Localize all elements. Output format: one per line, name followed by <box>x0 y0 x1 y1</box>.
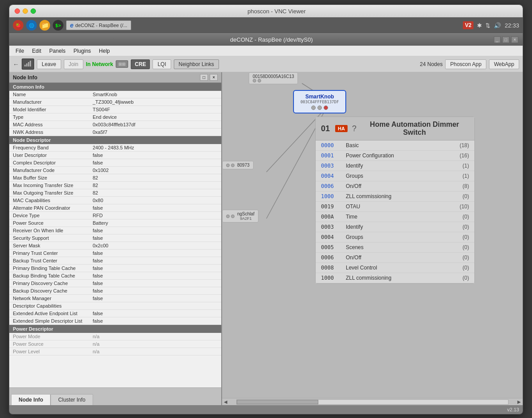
bottom-tabs: Node Info Cluster Info <box>9 387 221 405</box>
neighbor-links-button[interactable]: Neighbor Links <box>174 59 219 69</box>
minimize-btn[interactable] <box>23 8 28 14</box>
network-icon-btn[interactable]: ⊞⊞ <box>116 60 128 68</box>
node-info-collapse-btn[interactable]: □ <box>200 74 208 81</box>
scrollbar-track[interactable] <box>236 399 509 405</box>
info-label-rx-idle: Receiver On When Idle <box>9 227 89 234</box>
cluster-row-6[interactable]: 0019 OTAU (10) <box>316 202 474 212</box>
raspberry-icon[interactable]: 🍓 <box>13 20 23 31</box>
info-row-type: Type End device <box>9 113 221 121</box>
info-row-desc-cap: Descriptor Capabilities <box>9 302 221 310</box>
info-row-net-mgr: Network Manager false <box>9 295 221 302</box>
cluster-name-1: Power Configuration <box>342 151 439 161</box>
info-value-mfr-code: 0x1002 <box>89 167 221 174</box>
scroll-right-arrow[interactable]: ▶ <box>516 399 523 404</box>
info-value-net-mgr: false <box>89 295 221 302</box>
info-row-srv-mask: Server Mask 0x2c00 <box>9 242 221 250</box>
cluster-row-12[interactable]: 0008 Level Control (0) <box>316 263 474 273</box>
info-row-user-desc: User Descriptor false <box>9 152 221 159</box>
terminal-icon[interactable]: $> <box>53 20 63 31</box>
info-label-model: Model Identifier <box>9 106 89 113</box>
schlaf-dot1 <box>226 215 230 218</box>
app-minimize-btn[interactable]: _ <box>494 36 501 43</box>
cluster-row-9[interactable]: 0004 Groups (0) <box>316 232 474 242</box>
info-value-dev-type: RFD <box>89 212 221 219</box>
info-row-backup-btc: Backup Binding Table Cache false <box>9 272 221 280</box>
folder-icon[interactable]: 📁 <box>39 20 50 31</box>
cluster-row-11[interactable]: 0006 On/Off (0) <box>316 253 474 263</box>
app-close-btn[interactable]: × <box>511 36 518 43</box>
cluster-row-10[interactable]: 0005 Scenes (0) <box>316 242 474 253</box>
webapp-button[interactable]: WebApp <box>489 59 519 69</box>
cluster-count-2: (1) <box>439 161 474 171</box>
node-info-controls: □ × <box>200 74 218 81</box>
info-row-primary-dc: Primary Discovery Cache false <box>9 280 221 287</box>
cluster-row-3[interactable]: 0004 Groups (1) <box>316 171 474 181</box>
info-row-ext-ep: Extended Active Endpoint List false <box>9 310 221 317</box>
globe-icon[interactable]: 🌐 <box>26 20 37 31</box>
mac-title: phoscon - VNC Viewer <box>36 8 517 15</box>
info-label-pwr-source2: Power Source <box>9 340 89 348</box>
info-value-primary-tc: false <box>89 250 221 257</box>
scroll-left-arrow[interactable]: ◀ <box>222 399 229 404</box>
node-info-close-btn[interactable]: × <box>210 74 218 81</box>
lqi-button[interactable]: LQI <box>153 59 171 69</box>
cluster-row-1[interactable]: 0001 Power Configuration (16) <box>316 151 474 161</box>
menu-bar: File Edit Panels Plugins Help <box>9 46 523 56</box>
info-value-pwr-mode: n/a <box>89 333 221 340</box>
cluster-row-8[interactable]: 0003 Identify (0) <box>316 222 474 232</box>
info-row-backup-tc: Backup Trust Center false <box>9 257 221 265</box>
info-value-mac: 0x003c84fffeb137df <box>89 121 221 128</box>
cluster-name-0: Basic <box>342 141 439 151</box>
signal-button[interactable] <box>22 59 34 70</box>
cluster-row-2[interactable]: 0003 Identify (1) <box>316 161 474 171</box>
menu-panels[interactable]: Panels <box>46 47 69 55</box>
cluster-count-4: (8) <box>439 181 474 191</box>
close-btn[interactable] <box>15 8 20 14</box>
info-row-complex-desc: Complex Descriptor false <box>9 159 221 167</box>
cluster-count-5: (0) <box>439 191 474 202</box>
maximize-btn[interactable] <box>31 8 36 14</box>
app-restore-btn[interactable]: □ <box>502 36 509 43</box>
map-node-schlaf[interactable]: ngSchlaf 9A2F1 <box>222 210 258 223</box>
cluster-count-12: (0) <box>439 263 474 273</box>
cluster-name-11: On/Off <box>342 253 439 263</box>
menu-file[interactable]: File <box>12 47 27 55</box>
bluetooth-icon: ✱ <box>477 22 482 29</box>
tab-node-info[interactable]: Node Info <box>11 394 51 405</box>
smartknob-node[interactable]: SmartKnob 003C84FFFEB137DF <box>293 90 346 113</box>
info-label-primary-btc: Primary Binding Table Cache <box>9 265 89 272</box>
volume-icon: 🔊 <box>494 22 501 29</box>
schlaf-addr: 9A2F1 <box>237 216 254 221</box>
info-row-pwr-source2: Power Source n/a <box>9 340 221 348</box>
tab-cluster-info[interactable]: Cluster Info <box>51 394 93 405</box>
cluster-row-7[interactable]: 000A Time (0) <box>316 212 474 222</box>
cre-button[interactable]: CRE <box>131 59 150 69</box>
menu-help[interactable]: Help <box>95 47 113 55</box>
menu-edit[interactable]: Edit <box>28 47 45 55</box>
cluster-row-4[interactable]: 0006 On/Off (8) <box>316 181 474 191</box>
info-value-backup-dc: false <box>89 287 221 294</box>
map-node-80973[interactable]: 80973 <box>222 161 254 169</box>
cluster-name-4: On/Off <box>342 181 439 191</box>
menu-plugins[interactable]: Plugins <box>70 47 94 55</box>
leave-button[interactable]: Leave <box>37 59 61 69</box>
info-value-pwr-src: Battery <box>89 219 221 227</box>
app-icon[interactable]: e deCONZ - RaspBee (/... <box>66 20 131 30</box>
cluster-row-5[interactable]: 1000 ZLL commissioning (0) <box>316 191 474 202</box>
phoscon-app-button[interactable]: Phoscon App <box>445 59 486 69</box>
info-value-nwk: 0xa5f7 <box>89 129 221 136</box>
info-row-freq: Frequency Band 2400 - 2483.5 MHz <box>9 144 221 152</box>
cluster-row-0[interactable]: 0000 Basic (18) <box>316 141 474 151</box>
info-label-freq: Frequency Band <box>9 144 89 151</box>
info-value-user-desc: false <box>89 152 221 159</box>
version-text: v2.13 <box>507 407 519 412</box>
map-node-00158[interactable]: 00158D0005A16C13 <box>249 72 298 84</box>
info-row-backup-dc: Backup Discovery Cache false <box>9 287 221 295</box>
schlaf-info: ngSchlaf 9A2F1 <box>237 211 254 221</box>
join-button[interactable]: Join <box>64 59 83 69</box>
info-row-pwr-src: Power Source Battery <box>9 219 221 227</box>
sk-dot3 <box>324 105 328 110</box>
scrollbar-thumb[interactable] <box>237 400 318 404</box>
cluster-row-13[interactable]: 1000 ZLL commissioning (0) <box>316 273 474 283</box>
arrow-icon: ← <box>13 61 19 68</box>
